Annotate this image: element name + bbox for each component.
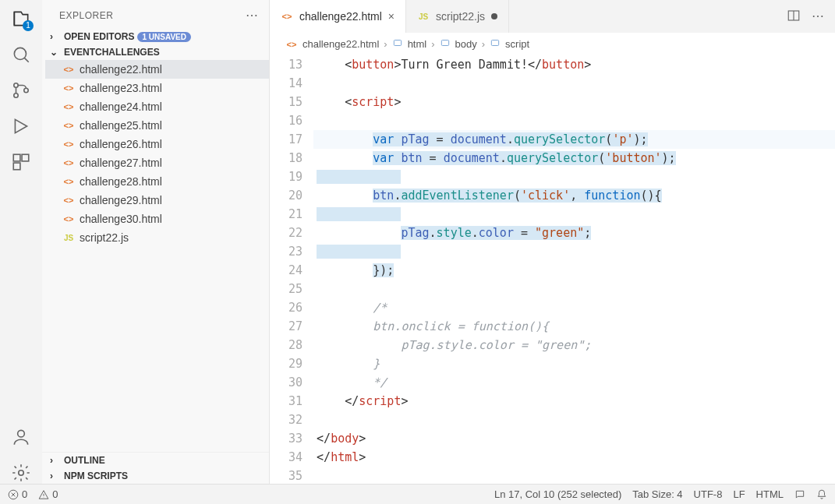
svg-point-7: [18, 430, 25, 437]
npm-scripts-section[interactable]: › NPM SCRIPTS: [42, 468, 269, 484]
svg-point-1: [14, 83, 18, 87]
svg-point-8: [19, 471, 24, 476]
file-item[interactable]: <>challenge28.html: [45, 172, 269, 191]
chevron-right-icon: ›: [50, 31, 61, 42]
tag-icon: [440, 37, 451, 51]
file-item[interactable]: <>challenge30.html: [45, 210, 269, 228]
cursor-position[interactable]: Ln 17, Col 10 (252 selected): [494, 488, 621, 500]
svg-rect-10: [394, 41, 401, 46]
dirty-indicator-icon: [491, 13, 497, 19]
svg-rect-11: [441, 41, 448, 46]
html-file-icon: <>: [62, 82, 75, 94]
file-name: challenge25.html: [80, 119, 162, 132]
svg-rect-12: [491, 41, 498, 46]
folder-section[interactable]: ⌄ EVENTCHALLENGES: [42, 44, 269, 60]
file-name: script22.js: [80, 231, 129, 244]
split-editor-icon[interactable]: [787, 9, 801, 25]
code-editor[interactable]: 1314151617181920212223242526272829303132…: [270, 55, 835, 484]
sidebar: EXPLORER ⋯ › OPEN EDITORS 1 UNSAVED ⌄ EV…: [42, 0, 270, 484]
file-name: challenge26.html: [80, 138, 162, 150]
breadcrumb-item[interactable]: script: [505, 38, 529, 50]
file-item[interactable]: <>challenge25.html: [45, 116, 269, 135]
sidebar-title: EXPLORER: [59, 10, 113, 21]
search-icon[interactable]: [10, 44, 32, 65]
problems-warnings[interactable]: 0: [38, 488, 58, 500]
svg-point-0: [14, 48, 26, 59]
eol[interactable]: LF: [733, 488, 745, 500]
explorer-badge: 1: [23, 20, 34, 31]
file-item[interactable]: <>challenge29.html: [45, 191, 269, 210]
breadcrumb[interactable]: <>challenge22.html›html›body›script: [270, 33, 835, 55]
file-item[interactable]: <>challenge22.html: [45, 60, 269, 79]
html-file-icon: <>: [62, 213, 75, 225]
encoding[interactable]: UTF-8: [694, 488, 723, 500]
html-file-icon: <>: [62, 157, 75, 169]
svg-point-2: [14, 93, 18, 97]
file-name: challenge28.html: [80, 175, 162, 188]
problems-errors[interactable]: 0: [8, 488, 27, 500]
svg-rect-6: [13, 163, 20, 170]
js-file-icon: JS: [62, 231, 75, 244]
chevron-right-icon: ›: [50, 471, 61, 481]
activity-bar: 1: [0, 0, 42, 484]
html-file-icon: <>: [62, 119, 75, 132]
outline-section[interactable]: › OUTLINE: [42, 453, 269, 468]
tab-bar: <>challenge22.html×JSscript22.js ⋯: [270, 0, 835, 33]
svg-rect-5: [22, 154, 29, 161]
file-name: challenge24.html: [80, 100, 162, 113]
source-control-icon[interactable]: [10, 79, 32, 101]
html-file-icon: <>: [62, 63, 75, 76]
svg-point-3: [24, 88, 28, 92]
extensions-icon[interactable]: [10, 151, 32, 173]
file-tree: <>challenge22.html<>challenge23.html<>ch…: [42, 60, 269, 452]
language-mode[interactable]: HTML: [756, 488, 784, 500]
svg-rect-4: [13, 154, 20, 161]
breadcrumb-item[interactable]: body: [455, 38, 477, 50]
explorer-icon[interactable]: 1: [10, 8, 32, 30]
status-bar: 0 0 Ln 17, Col 10 (252 selected) Tab Siz…: [0, 484, 835, 504]
code-content[interactable]: <button>Turn Green Dammit!</button> <scr…: [313, 55, 835, 484]
editor-tab[interactable]: <>challenge22.html×: [270, 0, 406, 33]
html-file-icon: <>: [62, 175, 75, 188]
editor-tab[interactable]: JSscript22.js: [406, 0, 509, 33]
editor-more-icon[interactable]: ⋯: [812, 9, 824, 25]
file-item[interactable]: <>challenge23.html: [45, 79, 269, 97]
file-item[interactable]: <>challenge24.html: [45, 97, 269, 116]
file-name: challenge23.html: [80, 82, 162, 94]
file-name: challenge27.html: [80, 157, 162, 169]
html-file-icon: <>: [281, 10, 293, 23]
debug-icon[interactable]: [10, 115, 32, 137]
editor-area: <>challenge22.html×JSscript22.js ⋯ <>cha…: [270, 0, 835, 484]
tag-icon: [392, 37, 403, 51]
breadcrumb-item[interactable]: challenge22.html: [303, 38, 379, 50]
unsaved-badge: 1 UNSAVED: [137, 32, 191, 42]
html-file-icon: <>: [285, 38, 298, 51]
html-file-icon: <>: [62, 100, 75, 113]
settings-gear-icon[interactable]: [10, 462, 32, 484]
line-numbers: 1314151617181920212223242526272829303132…: [270, 55, 313, 484]
notifications-icon[interactable]: [816, 489, 827, 500]
breadcrumb-item[interactable]: html: [408, 38, 427, 50]
chevron-right-icon: ›: [50, 455, 61, 466]
file-name: challenge22.html: [80, 63, 162, 76]
feedback-icon[interactable]: [794, 489, 805, 500]
tag-icon: [490, 37, 501, 51]
chevron-down-icon: ⌄: [50, 47, 61, 58]
js-file-icon: JS: [417, 10, 430, 23]
close-tab-icon[interactable]: ×: [388, 10, 395, 23]
open-editors-section[interactable]: › OPEN EDITORS 1 UNSAVED: [42, 29, 269, 44]
file-name: challenge30.html: [80, 213, 162, 225]
tab-size[interactable]: Tab Size: 4: [632, 488, 682, 500]
file-name: challenge29.html: [80, 194, 162, 206]
account-icon[interactable]: [10, 426, 32, 448]
sidebar-more-icon[interactable]: ⋯: [246, 8, 259, 23]
file-item[interactable]: <>challenge27.html: [45, 153, 269, 172]
file-item[interactable]: JSscript22.js: [45, 228, 269, 247]
html-file-icon: <>: [62, 194, 75, 206]
html-file-icon: <>: [62, 138, 75, 150]
file-item[interactable]: <>challenge26.html: [45, 135, 269, 153]
